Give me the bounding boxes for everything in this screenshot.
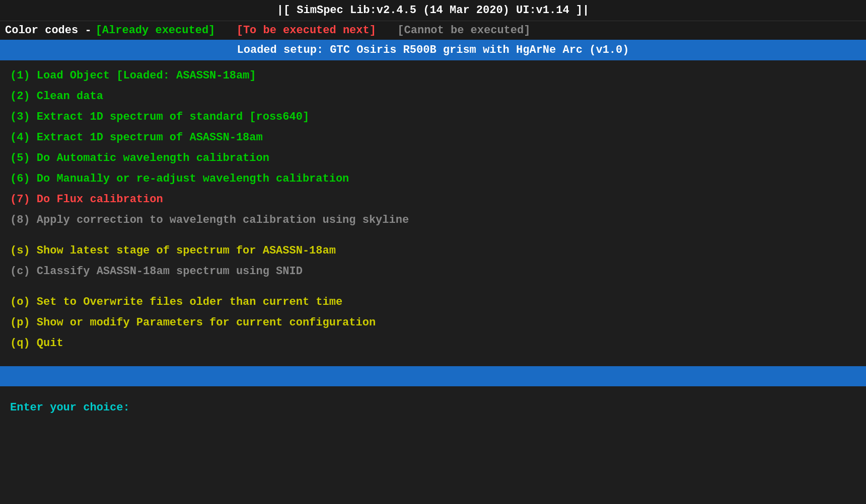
menu-items-container: (1) Load Object [Loaded: ASASSN-18am](2)… <box>10 65 856 230</box>
menu-text-4: Do Automatic wavelength calibration <box>30 152 269 164</box>
menu-text-7: Apply correction to wavelength calibrati… <box>30 214 409 226</box>
menu-item-1[interactable]: (2) Clean data <box>10 86 856 107</box>
menu-key-4: (5) <box>10 152 30 164</box>
menu-text-2: Extract 1D spectrum of standard [ross640… <box>30 111 310 123</box>
enter-choice-text: Enter your choice: <box>10 401 130 414</box>
menu-key-3: (4) <box>10 131 30 144</box>
menu-text-6: Do Flux calibration <box>30 193 163 206</box>
utility-items-container: (o) Set to Overwrite files older than cu… <box>10 292 856 354</box>
cannot-execute-label: [Cannot be executed] <box>397 24 530 37</box>
color-codes-label: Color codes - <box>5 24 92 37</box>
loaded-setup-text: Loaded setup: GTC Osiris R500B grism wit… <box>237 44 629 56</box>
menu-item-1[interactable]: (p) Show or modify Parameters for curren… <box>10 312 856 333</box>
menu-item-2[interactable]: (q) Quit <box>10 333 856 354</box>
menu-text-0: Set to Overwrite files older than curren… <box>30 296 343 308</box>
menu-item-6[interactable]: (7) Do Flux calibration <box>10 189 856 210</box>
menu-text-1: Classify ASASSN-18am spectrum using SNID <box>30 265 303 278</box>
menu-key-0: (1) <box>10 69 30 82</box>
menu-key-0: (s) <box>10 244 30 257</box>
menu-text-5: Do Manually or re-adjust wavelength cali… <box>30 173 349 185</box>
main-content: (1) Load Object [Loaded: ASASSN-18am](2)… <box>0 60 866 359</box>
input-bar <box>0 366 866 386</box>
menu-text-2: Quit <box>30 337 63 350</box>
menu-item-5[interactable]: (6) Do Manually or re-adjust wavelength … <box>10 169 856 189</box>
menu-item-7[interactable]: (8) Apply correction to wavelength calib… <box>10 210 856 230</box>
spacer2 <box>380 24 393 37</box>
menu-text-1: Clean data <box>30 90 103 103</box>
menu-item-4[interactable]: (5) Do Automatic wavelength calibration <box>10 148 856 169</box>
title-text: |[ SimSpec Lib:v2.4.5 (14 Mar 2020) UI:v… <box>277 4 590 17</box>
menu-key-1: (2) <box>10 90 30 103</box>
menu-key-7: (8) <box>10 214 30 226</box>
menu-key-5: (6) <box>10 173 30 185</box>
menu-key-2: (q) <box>10 337 30 350</box>
menu-item-1[interactable]: (c) Classify ASASSN-18am spectrum using … <box>10 261 856 282</box>
menu-text-3: Extract 1D spectrum of ASASSN-18am <box>30 131 263 144</box>
title-bar: |[ SimSpec Lib:v2.4.5 (14 Mar 2020) UI:v… <box>0 0 866 21</box>
menu-key-1: (c) <box>10 265 30 278</box>
menu-key-0: (o) <box>10 296 30 308</box>
menu-item-0[interactable]: (o) Set to Overwrite files older than cu… <box>10 292 856 312</box>
enter-choice: Enter your choice: <box>0 394 866 422</box>
color-codes-bar: Color codes - [Already executed] [To be … <box>0 21 866 40</box>
loaded-setup-bar: Loaded setup: GTC Osiris R500B grism wit… <box>0 40 866 60</box>
menu-key-2: (3) <box>10 111 30 123</box>
menu-text-0: Show latest stage of spectrum for ASASSN… <box>30 244 336 257</box>
menu-text-1: Show or modify Parameters for current co… <box>30 316 376 329</box>
menu-key-6: (7) <box>10 193 30 206</box>
menu-item-3[interactable]: (4) Extract 1D spectrum of ASASSN-18am <box>10 127 856 148</box>
spacer1 <box>219 24 232 37</box>
menu-item-0[interactable]: (s) Show latest stage of spectrum for AS… <box>10 240 856 261</box>
menu-key-1: (p) <box>10 316 30 329</box>
to-be-executed-label: [To be executed next] <box>237 24 376 37</box>
already-executed-label: [Already executed] <box>96 24 215 37</box>
menu-item-0[interactable]: (1) Load Object [Loaded: ASASSN-18am] <box>10 65 856 86</box>
menu-item-2[interactable]: (3) Extract 1D spectrum of standard [ros… <box>10 107 856 127</box>
menu-text-0: Load Object [Loaded: ASASSN-18am] <box>30 69 256 82</box>
extra-items-container: (s) Show latest stage of spectrum for AS… <box>10 240 856 282</box>
